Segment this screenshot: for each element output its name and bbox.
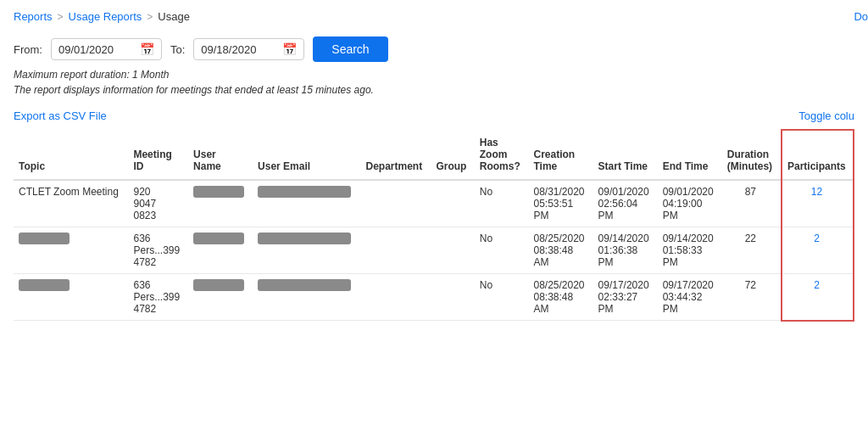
col-group: Group [431,130,474,180]
cell-meeting-id: 920 9047 0823 [128,180,188,227]
col-duration: Duration(Minutes) [722,130,782,180]
col-user-name: UserName [188,130,253,180]
cell-creation-time: 08/31/2020 05:53:51 PM [528,180,593,227]
cell-duration: 22 [722,227,782,274]
export-csv-link[interactable]: Export as CSV File [14,109,107,122]
col-start-time: Start Time [593,130,658,180]
cell-duration: 87 [722,180,782,227]
user-name-redacted [193,279,244,291]
cell-department [360,180,431,227]
breadcrumb-current: Usage [158,10,190,23]
breadcrumb-usage-reports[interactable]: Usage Reports [69,10,142,23]
cell-topic [14,274,128,321]
user-email-redacted [258,186,351,198]
cell-has-zoom-rooms: No [475,180,529,227]
cell-participants[interactable]: 2 [782,227,854,274]
cell-has-zoom-rooms: No [475,274,529,321]
cell-group [431,180,474,227]
to-calendar-icon[interactable]: 📅 [282,42,297,56]
cell-topic: CTLET Zoom Meeting [14,180,128,227]
actions-row: Export as CSV File Toggle colu [14,109,854,122]
to-date-wrap: 📅 [193,38,304,60]
cell-duration: 72 [722,274,782,321]
col-department: Department [360,130,431,180]
cell-group [431,274,474,321]
breadcrumb: Reports > Usage Reports > Usage [14,10,854,23]
col-user-email: User Email [253,130,360,180]
to-date-input[interactable] [201,43,277,56]
table-row: 636 Pers...399 4782No08/25/2020 08:38:48… [14,274,854,321]
from-calendar-icon[interactable]: 📅 [140,42,154,56]
from-date-wrap: 📅 [51,38,162,60]
cell-participants[interactable]: 12 [782,180,854,227]
cell-department [360,274,431,321]
top-right-link[interactable]: Do [854,10,868,23]
cell-user-email [253,227,360,274]
cell-user-email [253,180,360,227]
user-name-redacted [193,186,244,198]
cell-topic [14,227,128,274]
cell-end-time: 09/17/2020 03:44:32 PM [658,274,722,321]
cell-user-name [188,274,253,321]
from-date-input[interactable] [58,43,135,56]
toggle-columns-link[interactable]: Toggle colu [798,109,854,122]
cell-meeting-id: 636 Pers...399 4782 [128,274,188,321]
cell-user-email [253,274,360,321]
cell-meeting-id: 636 Pers...399 4782 [128,227,188,274]
cell-start-time: 09/17/2020 02:33:27 PM [593,274,658,321]
user-name-redacted [193,233,244,244]
col-end-time: End Time [658,130,722,180]
topic-redacted [19,233,70,244]
usage-table: Topic MeetingID UserName User Email Depa… [14,129,854,322]
cell-creation-time: 08/25/2020 08:38:48 AM [528,274,593,321]
cell-end-time: 09/01/2020 04:19:00 PM [658,180,722,227]
table-row: CTLET Zoom Meeting920 9047 0823No08/31/2… [14,180,854,227]
table-row: 636 Pers...399 4782No08/25/2020 08:38:48… [14,227,854,274]
info-note: The report displays information for meet… [14,84,854,96]
breadcrumb-reports[interactable]: Reports [14,10,53,23]
max-duration-note: Maximum report duration: 1 Month [14,69,854,81]
from-label: From: [14,43,42,56]
table-header-row: Topic MeetingID UserName User Email Depa… [14,130,854,180]
table-wrap: Topic MeetingID UserName User Email Depa… [14,129,854,322]
cell-start-time: 09/01/2020 02:56:04 PM [593,180,658,227]
filter-row: From: 📅 To: 📅 Search [14,36,854,62]
col-creation-time: CreationTime [528,130,593,180]
col-has-zoom-rooms: HasZoomRooms? [475,130,529,180]
cell-start-time: 09/14/2020 01:36:38 PM [593,227,658,274]
cell-group [431,227,474,274]
search-button[interactable]: Search [313,36,387,62]
cell-user-name [188,227,253,274]
cell-user-name [188,180,253,227]
topic-redacted [19,279,70,291]
cell-end-time: 09/14/2020 01:58:33 PM [658,227,722,274]
col-participants: Participants [782,130,854,180]
breadcrumb-sep-2: > [147,11,153,23]
to-label: To: [170,43,185,56]
col-topic: Topic [14,130,128,180]
cell-participants[interactable]: 2 [782,274,854,321]
user-email-redacted [258,279,351,291]
cell-creation-time: 08/25/2020 08:38:48 AM [528,227,593,274]
cell-department [360,227,431,274]
cell-has-zoom-rooms: No [475,227,529,274]
user-email-redacted [258,233,351,244]
col-meeting-id: MeetingID [128,130,188,180]
breadcrumb-sep-1: > [58,11,64,23]
